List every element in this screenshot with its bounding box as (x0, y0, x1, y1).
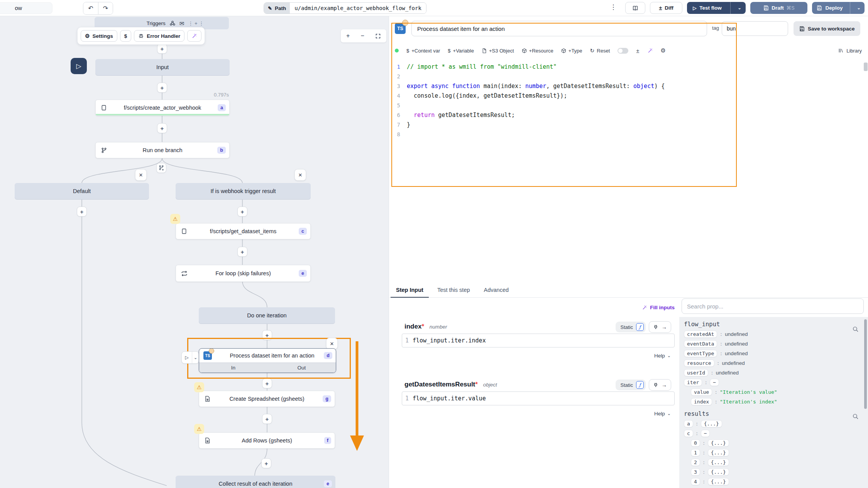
add-resource-button[interactable]: +Resource (522, 48, 553, 54)
chevron-down-icon[interactable]: ⌄ (192, 352, 199, 363)
run-step-button[interactable]: ▷ (182, 352, 192, 363)
node-create-spreadsheet[interactable]: Create Spreadsheet (gsheets) g (199, 391, 335, 407)
wand-icon[interactable] (647, 48, 653, 54)
inspector-scrollbar[interactable] (864, 319, 867, 409)
insert-step-button[interactable]: + (261, 458, 271, 468)
zoom-out-button[interactable]: − (360, 32, 364, 39)
add-branch-button[interactable] (156, 163, 166, 173)
insert-step-button[interactable]: + (77, 207, 87, 217)
reset-button[interactable]: ↻ Reset (590, 47, 610, 54)
connect-input-button[interactable]: → (649, 321, 671, 333)
fit-view-icon[interactable] (375, 33, 381, 39)
inspector-section-title[interactable]: flow_input (684, 321, 868, 328)
inspector-entry[interactable]: 0:{...} (679, 438, 868, 448)
insert-step-button[interactable]: + (157, 83, 167, 93)
flow-canvas[interactable] (0, 16, 389, 488)
fill-inputs-button[interactable]: Fill inputs (389, 305, 675, 312)
add-trigger-button[interactable]: ⋮ + ⋮ (188, 20, 204, 26)
inspector-entry[interactable]: 4:{...} (679, 477, 868, 486)
inspector-entry[interactable]: userId:undefined (679, 368, 868, 378)
gear-icon[interactable]: ⚙ (661, 47, 666, 54)
save-to-workspace-button[interactable]: Save to workspace (794, 21, 860, 36)
draft-button[interactable]: Draft ⌘S (750, 2, 807, 14)
test-flow-button[interactable]: ▷ Test flow ⌄ (687, 2, 746, 14)
flow-settings-button[interactable]: ⚙ Settings (81, 30, 117, 42)
node-collect-result[interactable]: Collect result of each iteration e (176, 476, 335, 488)
code-line[interactable]: 2 (389, 71, 868, 81)
flow-variables-button[interactable]: $ (120, 30, 132, 42)
diff-button[interactable]: ± Diff (650, 2, 682, 14)
static-mode-toggle[interactable]: Static ƒ (616, 380, 646, 390)
diff-icon[interactable]: ± (636, 47, 639, 54)
add-context-var-button[interactable]: $ +Context var (406, 48, 440, 54)
connect-input-button[interactable]: → (649, 379, 671, 391)
test-up-to-button[interactable]: ▷ (71, 58, 87, 74)
add-s3-object-button[interactable]: +S3 Object (482, 48, 514, 54)
search-icon[interactable] (852, 326, 859, 332)
code-line[interactable]: 1// import * as wmill from "windmill-cli… (389, 62, 868, 71)
search-prop-input[interactable]: Search prop... (682, 298, 864, 314)
tab-advanced[interactable]: Advanced (477, 285, 516, 297)
mail-trigger-icon[interactable]: ✉ (179, 20, 184, 26)
node-add-rows[interactable]: Add Rows (gsheets) f (199, 432, 335, 449)
node-flow-input[interactable]: Input (95, 59, 230, 75)
node-for-loop[interactable]: For loop (skip failures) e (176, 265, 311, 282)
inspector-section-title[interactable]: results (684, 410, 868, 417)
flow-path-chip[interactable]: ✎ Path u/admin/example_actor_webhook_flo… (264, 2, 426, 14)
undo-button[interactable]: ↶ (83, 2, 98, 14)
redo-button[interactable]: ↷ (98, 2, 113, 14)
tab-step-input[interactable]: Step Input (389, 285, 430, 297)
more-menu-button[interactable]: ⋮ (610, 3, 617, 11)
docs-button[interactable] (625, 2, 645, 14)
flow-summary-input[interactable]: ow (0, 2, 52, 14)
code-line[interactable]: 7} (389, 120, 868, 129)
code-line[interactable]: 8 (389, 129, 868, 139)
node-create-actor-webhook[interactable]: f/scripts/create_actor_webhook a (95, 100, 230, 116)
inspector-entry[interactable]: resource:undefined (679, 358, 868, 368)
add-type-button[interactable]: +Type (561, 48, 582, 54)
step-name-input[interactable]: Process dataset item for an action (411, 21, 707, 36)
add-variable-button[interactable]: $ +Variable (448, 48, 474, 54)
inspector-entry[interactable]: eventData:undefined (679, 339, 868, 349)
node-get-dataset-items[interactable]: f/scripts/get_dataset_items c (176, 223, 311, 239)
node-run-one-branch[interactable]: Run one branch b (95, 142, 230, 158)
node-process-dataset-item[interactable]: TS Process dataset item for an action d … (199, 348, 336, 373)
getdatesetitemsresult-expr-input[interactable]: 1 flow_input.iter.value (402, 391, 675, 405)
deploy-button[interactable]: Deploy ⌄ (812, 2, 865, 14)
tag-input[interactable]: bun (722, 21, 788, 36)
chevron-down-icon[interactable]: ⌄ (733, 5, 746, 10)
tab-test-this-step[interactable]: Test this step (430, 285, 477, 297)
inspector-entry[interactable]: 3:{...} (679, 467, 868, 477)
fx-mode-icon[interactable]: ƒ (636, 381, 644, 389)
inspector-entry[interactable]: 1:{...} (679, 448, 868, 458)
index-expr-input[interactable]: 1 flow_input.iter.index (402, 334, 675, 347)
editor-toggle[interactable] (618, 48, 628, 54)
insert-step-button[interactable]: + (262, 414, 272, 424)
help-toggle[interactable]: Help ⌄ (389, 411, 675, 417)
code-line[interactable]: 6 return getDatesetItemsResult; (389, 110, 868, 120)
delete-branch-button[interactable]: ✕ (294, 169, 306, 181)
insert-step-button[interactable]: + (237, 207, 247, 217)
inspector-entry[interactable]: eventType:undefined (679, 349, 868, 358)
inspector-entry[interactable]: a:{...} (679, 419, 868, 429)
code-editor[interactable]: 1// import * as wmill from "windmill-cli… (389, 62, 868, 284)
webhook-icon[interactable] (169, 20, 176, 26)
editor-scrollbar[interactable] (864, 63, 868, 71)
fx-mode-icon[interactable]: ƒ (636, 323, 644, 331)
step-out-tab[interactable]: Out (267, 363, 336, 373)
insert-step-button[interactable]: + (262, 378, 272, 388)
help-toggle[interactable]: Help ⌄ (389, 353, 675, 359)
step-in-tab[interactable]: In (199, 363, 267, 373)
insert-step-button[interactable]: + (237, 247, 247, 257)
error-handler-button[interactable]: Error Handler (134, 30, 184, 42)
code-line[interactable]: 4 console.log({index, getDatesetItemsRes… (389, 91, 868, 100)
inspector-entry[interactable]: c:− (679, 429, 868, 438)
library-button[interactable]: Library (838, 44, 862, 57)
node-branch-default[interactable]: Default (15, 183, 149, 199)
code-line[interactable]: 5 (389, 100, 868, 110)
inspector-entry[interactable]: 2:{...} (679, 458, 868, 467)
insert-step-button[interactable]: + (157, 123, 167, 133)
inspector-entry[interactable]: index:"Iteration's index" (679, 397, 868, 407)
delete-branch-button[interactable]: ✕ (135, 169, 147, 181)
search-icon[interactable] (852, 413, 859, 420)
